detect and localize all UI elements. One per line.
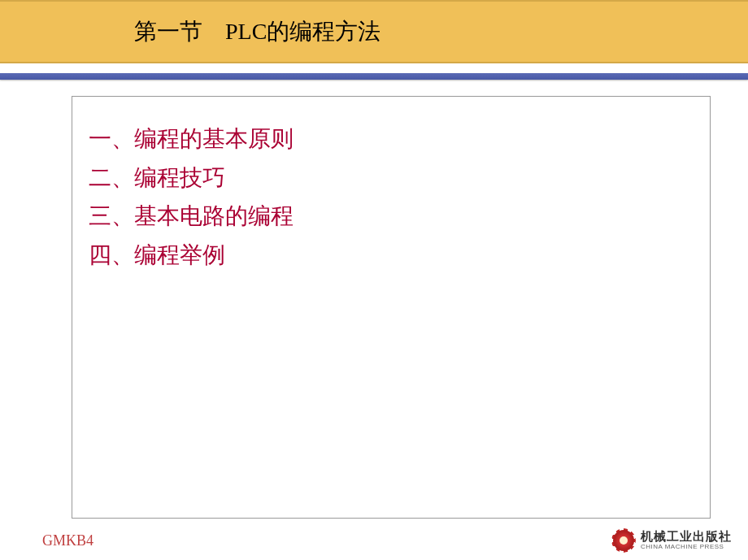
toc-item-4: 四、编程举例 bbox=[89, 236, 694, 275]
toc-item-1: 一、编程的基本原则 bbox=[89, 119, 694, 158]
publisher-logo-icon bbox=[613, 530, 634, 551]
publisher-text: 机械工业出版社 CHINA MACHINE PRESS bbox=[641, 530, 732, 550]
publisher-name-cn: 机械工业出版社 bbox=[641, 530, 732, 544]
footer-code: GMKB4 bbox=[42, 532, 94, 549]
publisher-name-en: CHINA MACHINE PRESS bbox=[641, 544, 732, 551]
footer: GMKB4 机械工业出版社 CHINA MACHINE PRESS bbox=[0, 527, 748, 560]
slide-title: 第一节 PLC的编程方法 bbox=[134, 16, 381, 47]
content-box: 一、编程的基本原则 二、编程技巧 三、基本电路的编程 四、编程举例 bbox=[72, 96, 711, 519]
toc-item-3: 三、基本电路的编程 bbox=[89, 197, 694, 236]
blue-accent-bar bbox=[0, 73, 748, 80]
publisher-block: 机械工业出版社 CHINA MACHINE PRESS bbox=[613, 530, 732, 551]
header-bar: 第一节 PLC的编程方法 bbox=[0, 0, 748, 63]
separator bbox=[0, 63, 748, 73]
toc-item-2: 二、编程技巧 bbox=[89, 158, 694, 198]
